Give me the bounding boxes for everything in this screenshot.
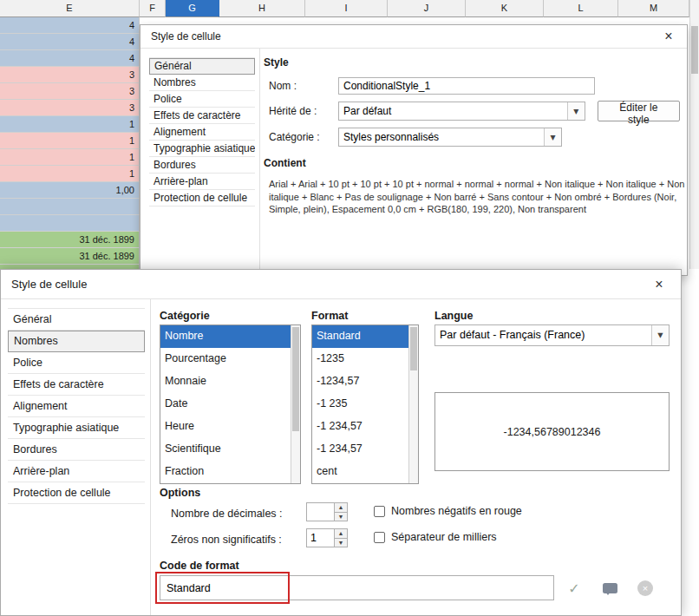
tab-nombres[interactable]: Nombres — [149, 75, 255, 91]
category-item-scientifique[interactable]: Scientifique — [160, 438, 300, 461]
decimals-stepper[interactable]: ▲ ▼ — [306, 502, 348, 521]
sheet-cell[interactable]: 3 — [0, 100, 140, 116]
tab-typographie-asiatique[interactable]: Typographie asiatique — [149, 141, 255, 157]
column-header-j[interactable]: J — [388, 0, 466, 17]
sheet-cell[interactable]: 1 — [0, 149, 140, 166]
category-item-monnaie[interactable]: Monnaie — [160, 370, 300, 393]
spinner-up-icon[interactable]: ▲ — [334, 528, 348, 539]
sheet-cell[interactable]: 1 — [0, 166, 140, 182]
negative-red-checkbox[interactable]: Nombres négatifs en rouge — [374, 505, 522, 517]
column-header-f[interactable]: F — [140, 0, 166, 17]
add-comment-button[interactable] — [596, 578, 624, 599]
checkbox-label: Nombres négatifs en rouge — [391, 505, 522, 517]
tab-effets-caractere[interactable]: Effets de caractère — [149, 108, 255, 124]
format-item[interactable]: -1234,57 — [312, 370, 418, 393]
close-icon[interactable]: × — [657, 25, 680, 48]
spinner-down-icon[interactable]: ▼ — [334, 539, 348, 548]
column-header-i[interactable]: I — [305, 0, 388, 17]
thousands-separator-checkbox[interactable]: Séparateur de milliers — [374, 531, 497, 543]
chevron-down-icon[interactable]: ▾ — [544, 128, 561, 146]
sheet-cell[interactable]: 3 — [0, 67, 140, 83]
column-header-g-selected[interactable]: G — [166, 0, 219, 17]
format-code-heading: Code de format — [160, 560, 239, 572]
list-scrollbar[interactable] — [408, 325, 418, 483]
sheet-cell[interactable]: 31 déc. 1899 — [0, 232, 140, 248]
scrollbar-thumb[interactable] — [410, 327, 417, 370]
tab-alignement[interactable]: Alignement — [8, 396, 145, 417]
tab-bordures[interactable]: Bordures — [149, 157, 255, 174]
close-icon[interactable]: × — [648, 270, 670, 298]
sheet-cell[interactable]: 1 — [0, 116, 140, 133]
inherit-dropdown[interactable]: Par défaut ▾ — [338, 102, 585, 121]
spinner-down-icon[interactable]: ▼ — [334, 513, 348, 522]
decimals-input[interactable] — [306, 502, 334, 521]
style-section-heading: Style — [264, 56, 680, 69]
category-dropdown[interactable]: Styles personnalisés ▾ — [338, 128, 562, 147]
tab-typographie-asiatique[interactable]: Typographie asiatique — [8, 417, 145, 439]
tab-nombres[interactable]: Nombres — [8, 331, 145, 352]
tab-protection-cellule[interactable]: Protection de cellule — [8, 482, 145, 504]
category-value: Styles personnalisés — [339, 128, 544, 146]
column-header-m[interactable]: M — [618, 0, 689, 17]
sheet-cell[interactable]: 4 — [0, 50, 140, 67]
tab-general[interactable]: Général — [8, 309, 145, 331]
leading-zeros-stepper[interactable]: ▲ ▼ — [306, 528, 348, 547]
format-item[interactable]: -1 234,57 — [312, 416, 418, 438]
category-item-fraction[interactable]: Fraction — [160, 461, 300, 483]
format-item[interactable]: -1235 — [312, 348, 418, 370]
format-item[interactable]: cent — [312, 461, 418, 483]
category-item-date[interactable]: Date — [160, 393, 300, 416]
sheet-cell[interactable] — [0, 215, 140, 232]
column-header-l[interactable]: L — [544, 0, 618, 17]
dialog-title: Style de cellule — [151, 30, 221, 43]
dialog-title-bar: Style de cellule × — [1, 270, 681, 299]
column-header-k[interactable]: K — [466, 0, 544, 17]
vertical-scrollbar[interactable] — [689, 0, 699, 269]
remove-format-button[interactable]: × — [631, 578, 659, 599]
scrollbar-thumb[interactable] — [691, 26, 698, 74]
format-item[interactable]: -1 234,57 — [312, 438, 418, 461]
tab-protection-cellule[interactable]: Protection de cellule — [149, 190, 255, 206]
format-item[interactable]: -1 235 — [312, 393, 418, 416]
annotation-highlight — [155, 572, 290, 604]
sheet-cell[interactable]: 31 déc. 1899 — [0, 248, 140, 265]
spinner-up-icon[interactable]: ▲ — [334, 502, 348, 513]
category-item-nombre[interactable]: Nombre — [160, 325, 300, 348]
sheet-cell[interactable]: 1,00 — [0, 182, 140, 199]
checkbox-icon[interactable] — [374, 506, 385, 517]
tab-alignement[interactable]: Alignement — [149, 124, 255, 141]
format-item-standard[interactable]: Standard — [312, 325, 418, 348]
column-header-row: E F G H I J K L M — [0, 0, 689, 17]
leading-zeros-input[interactable] — [306, 528, 334, 547]
category-label: Catégorie : — [269, 131, 338, 143]
checkbox-icon[interactable] — [374, 532, 385, 543]
dialog-title-bar: Style de cellule × — [140, 25, 687, 49]
column-header-h[interactable]: H — [219, 0, 305, 17]
category-item-heure[interactable]: Heure — [160, 416, 300, 438]
format-heading: Format — [311, 310, 348, 322]
tab-bordures[interactable]: Bordures — [8, 439, 145, 461]
scrollbar-thumb[interactable] — [292, 327, 299, 431]
style-name-input[interactable] — [338, 77, 595, 95]
chevron-down-icon[interactable]: ▾ — [651, 325, 669, 345]
category-item-pourcentage[interactable]: Pourcentage — [160, 348, 300, 370]
sheet-cell[interactable]: 4 — [0, 34, 140, 50]
tab-arriere-plan[interactable]: Arrière-plan — [8, 461, 145, 482]
confirm-format-button[interactable]: ✓ — [560, 578, 588, 599]
comment-icon — [603, 583, 617, 593]
tab-arriere-plan[interactable]: Arrière-plan — [149, 174, 255, 190]
tab-effets-caractere[interactable]: Effets de caractère — [8, 374, 145, 396]
column-header-e[interactable]: E — [0, 0, 140, 17]
sheet-cell[interactable]: 3 — [0, 83, 140, 100]
tab-police[interactable]: Police — [8, 352, 145, 374]
edit-style-button[interactable]: Éditer le style — [598, 101, 680, 121]
tab-general[interactable]: Général — [149, 58, 255, 75]
list-scrollbar[interactable] — [291, 325, 300, 483]
contains-description: Arial + Arial + 10 pt + 10 pt + 10 pt + … — [269, 178, 699, 216]
sheet-cell[interactable]: 1 — [0, 133, 140, 149]
sheet-cell[interactable]: 4 — [0, 17, 140, 34]
chevron-down-icon[interactable]: ▾ — [567, 102, 585, 120]
language-dropdown[interactable]: Par défaut - Français (France) ▾ — [434, 324, 670, 346]
sheet-cell[interactable] — [0, 199, 140, 215]
tab-police[interactable]: Police — [149, 91, 255, 108]
